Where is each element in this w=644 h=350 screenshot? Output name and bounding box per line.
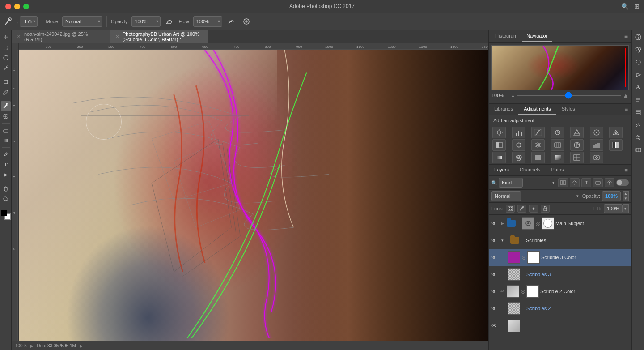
adj-solid-color[interactable] (531, 152, 545, 163)
clone-stamp-tool[interactable] (1, 111, 11, 121)
adj-invert[interactable] (570, 139, 584, 151)
layer-eye-partial[interactable]: 👁 (491, 322, 498, 329)
right-icon-character[interactable]: A (633, 82, 643, 92)
adj-gradient-map[interactable] (492, 152, 506, 163)
lock-transparent[interactable] (506, 205, 515, 213)
eraser-tool[interactable] (1, 125, 11, 135)
hand-tool[interactable] (1, 184, 11, 194)
right-icon-layers[interactable] (633, 107, 643, 117)
pen-tool[interactable] (1, 149, 11, 159)
opacity-value-input[interactable] (602, 191, 621, 201)
lock-image[interactable] (517, 205, 526, 213)
opacity-select[interactable]: 100% 75% 50% (131, 16, 161, 27)
adj-color-lookup[interactable] (551, 139, 564, 151)
right-icon-actions[interactable] (633, 70, 643, 80)
type-tool[interactable]: T (1, 160, 11, 170)
layer-expand-scribbles[interactable]: ▾ (499, 237, 505, 243)
filter-adj-btn[interactable] (570, 178, 580, 187)
adj-selective-color[interactable] (512, 152, 525, 163)
opacity-select-wrapper[interactable]: 100% 75% 50% (131, 16, 161, 27)
adj-pattern[interactable] (570, 152, 584, 163)
tab-channels[interactable]: Channels (514, 165, 546, 175)
adj-smart[interactable] (590, 152, 603, 163)
right-icon-history[interactable] (633, 57, 643, 67)
adj-brightness[interactable] (492, 127, 506, 138)
window-controls[interactable] (5, 4, 29, 9)
right-icon-timeline[interactable] (633, 145, 643, 155)
tab-paths[interactable]: Paths (546, 165, 569, 175)
smooth-btn[interactable] (225, 16, 237, 27)
right-icon-text[interactable] (633, 95, 643, 105)
airbrush-toggle[interactable] (163, 16, 176, 27)
layer-expand-s2c[interactable]: ↩ (499, 288, 505, 295)
pressure-btn[interactable] (240, 16, 253, 27)
flow-select-wrapper[interactable]: 100% 75% 50% (193, 16, 222, 27)
adj-photo-filter[interactable] (512, 139, 525, 151)
minimize-button[interactable] (14, 4, 20, 9)
brush-tool[interactable] (1, 101, 11, 111)
opacity-up[interactable]: ▲ (623, 191, 629, 196)
fill-arrows-btn[interactable]: ▾ (623, 204, 629, 213)
filter-select-wrap[interactable]: Kind Name Effect (499, 178, 556, 188)
brush-size-input[interactable]: 175 (20, 16, 38, 27)
opacity-down[interactable]: ▼ (623, 196, 629, 201)
filter-pixel-btn[interactable] (558, 178, 568, 187)
layer-scribbles-group[interactable]: 👁 ▾ Scribbles (489, 232, 631, 249)
adj-channel-mixer[interactable] (531, 139, 545, 151)
right-icon-channels[interactable] (633, 120, 643, 130)
adj-hue-sat[interactable] (590, 127, 603, 138)
filter-shape-btn[interactable] (593, 178, 603, 187)
brush-size-wrapper[interactable]: ↕ 175 (16, 16, 38, 27)
tab-libraries[interactable]: Libraries (489, 104, 518, 115)
lock-all[interactable] (541, 205, 550, 213)
fill-select-wrap[interactable]: ▾ (604, 204, 629, 213)
layer-main-subject[interactable]: 👁 ▶ ⛓ Main Subject (489, 215, 631, 232)
right-icon-color[interactable] (633, 45, 643, 55)
eyedropper-tool[interactable] (1, 87, 11, 97)
layer-partial[interactable]: 👁 (489, 317, 631, 334)
path-selection-tool[interactable] (1, 170, 11, 180)
lock-position[interactable] (529, 205, 538, 213)
lasso-tool[interactable] (1, 53, 11, 63)
nav-zoom-slider[interactable] (517, 95, 621, 96)
gradient-tool[interactable] (1, 136, 11, 145)
tab-close-noah[interactable]: ✕ (16, 34, 21, 39)
adj-levels[interactable] (512, 127, 525, 138)
search-icon[interactable]: 🔍 (621, 3, 629, 10)
layer-scribbles-3[interactable]: 👁 Scribbles 3 (489, 266, 631, 283)
fill-value-input[interactable] (604, 204, 623, 213)
layer-eye-s3c[interactable]: 👁 (491, 254, 498, 261)
right-icon-info[interactable] (633, 32, 643, 42)
tab-urban-art[interactable]: ✕ PhotographyBB Urban Art @ 100% (Scribb… (110, 30, 208, 43)
layer-eye-s2c[interactable]: 👁 (491, 288, 498, 295)
zoom-tool[interactable] (1, 194, 11, 204)
adj-gradient-fill[interactable] (551, 152, 564, 163)
tab-adjustments[interactable]: Adjustments (518, 104, 556, 115)
adj-vibrance[interactable] (570, 127, 584, 138)
layer-eye-main-subject[interactable]: 👁 (491, 220, 498, 227)
tab-styles[interactable]: Styles (556, 104, 580, 115)
close-button[interactable] (5, 4, 11, 9)
adj-curves[interactable] (531, 127, 545, 138)
marquee-tool[interactable]: ⬚ (1, 43, 11, 52)
mode-select-wrapper[interactable]: Normal Dissolve Multiply (62, 16, 102, 27)
status-arrow-2[interactable]: ▶ (80, 344, 83, 348)
adj-bw[interactable] (492, 139, 506, 151)
filter-type-btn[interactable]: T (581, 178, 591, 187)
layer-scribble-3-color[interactable]: 👁 ⛓ Scribble 3 Color (489, 249, 631, 266)
tab-histogram[interactable]: Histogram (491, 30, 522, 42)
flow-select[interactable]: 100% 75% 50% (193, 16, 222, 27)
right-icon-properties[interactable] (633, 132, 643, 142)
crop-tool[interactable] (1, 77, 11, 87)
blend-mode-select[interactable]: Normal Dissolve Multiply (491, 191, 521, 201)
tab-layers[interactable]: Layers (489, 165, 514, 175)
filter-smart-btn[interactable] (605, 178, 614, 187)
mode-select[interactable]: Normal Dissolve Multiply (62, 16, 102, 27)
adj-exposure[interactable] (551, 127, 564, 138)
adj-threshold[interactable] (609, 139, 623, 151)
layer-scribbles-2[interactable]: 👁 Scribbles 2 (489, 300, 631, 317)
blend-select-wrap[interactable]: Normal Dissolve Multiply (491, 191, 580, 201)
layer-eye-s2[interactable]: 👁 (491, 305, 498, 312)
foreground-color-swatch[interactable] (1, 210, 7, 216)
tab-navigator[interactable]: Navigator (522, 30, 552, 42)
